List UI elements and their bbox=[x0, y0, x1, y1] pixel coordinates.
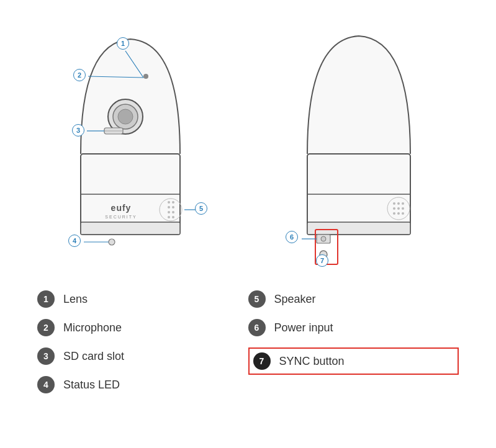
callout-7: 7 bbox=[316, 254, 328, 267]
legend-label-4: Status LED bbox=[63, 379, 120, 392]
legend-label-2: Microphone bbox=[63, 321, 122, 334]
camera-front: eufy SECURITY bbox=[31, 11, 230, 272]
legend-item-5: 5 Speaker bbox=[248, 290, 459, 308]
callout-1: 1 bbox=[117, 37, 129, 50]
svg-point-34 bbox=[397, 207, 400, 210]
svg-point-40 bbox=[321, 236, 326, 241]
svg-point-35 bbox=[397, 212, 400, 215]
legend-right: 5 Speaker 6 Power input 7 SYNC button bbox=[248, 290, 459, 393]
legend-item-2: 2 Microphone bbox=[37, 319, 248, 336]
svg-point-16 bbox=[172, 206, 174, 208]
svg-point-38 bbox=[402, 212, 404, 215]
legend-label-1: Lens bbox=[63, 293, 88, 306]
legend-num-7: 7 bbox=[253, 352, 271, 370]
legend-left: 1 Lens 2 Microphone 3 SD card slot 4 Sta… bbox=[37, 290, 248, 393]
legend-item-6: 6 Power input bbox=[248, 319, 459, 336]
legend-num-5: 5 bbox=[248, 290, 266, 308]
callout-4: 4 bbox=[68, 235, 81, 247]
legend-num-6: 6 bbox=[248, 319, 266, 336]
callout-3: 3 bbox=[72, 124, 84, 137]
legend-label-3: SD card slot bbox=[63, 350, 124, 363]
legend-num-3: 3 bbox=[37, 347, 55, 365]
legend-area: 1 Lens 2 Microphone 3 SD card slot 4 Sta… bbox=[0, 278, 496, 393]
svg-point-14 bbox=[168, 211, 170, 213]
legend-item-1: 1 Lens bbox=[37, 290, 248, 308]
diagram-area: eufy SECURITY bbox=[0, 0, 496, 272]
callout-5: 5 bbox=[195, 202, 207, 215]
svg-text:eufy: eufy bbox=[111, 203, 132, 213]
svg-point-18 bbox=[168, 216, 170, 218]
svg-point-37 bbox=[402, 207, 404, 210]
legend-item-3: 3 SD card slot bbox=[37, 347, 248, 365]
svg-text:SECURITY: SECURITY bbox=[105, 215, 137, 219]
camera-front-svg: eufy SECURITY bbox=[31, 11, 230, 272]
legend-label-5: Speaker bbox=[274, 293, 316, 306]
page: eufy SECURITY bbox=[0, 0, 496, 448]
svg-point-15 bbox=[172, 201, 174, 204]
svg-point-8 bbox=[143, 74, 148, 79]
legend-num-4: 4 bbox=[37, 376, 55, 393]
svg-point-11 bbox=[109, 239, 115, 245]
legend-item-4: 4 Status LED bbox=[37, 376, 248, 393]
svg-point-13 bbox=[168, 206, 170, 208]
svg-point-7 bbox=[118, 109, 133, 124]
svg-point-33 bbox=[397, 202, 400, 205]
legend-label-6: Power input bbox=[274, 321, 333, 334]
camera-back: 6 7 bbox=[267, 11, 465, 272]
svg-point-30 bbox=[393, 202, 395, 205]
callout-2: 2 bbox=[73, 69, 86, 81]
svg-point-19 bbox=[172, 216, 174, 218]
legend-label-7: SYNC button bbox=[279, 355, 345, 368]
svg-point-32 bbox=[393, 212, 395, 215]
legend-item-7: 7 SYNC button bbox=[248, 347, 459, 375]
svg-rect-2 bbox=[81, 222, 180, 235]
svg-point-31 bbox=[393, 207, 395, 210]
callout-6: 6 bbox=[286, 231, 298, 243]
legend-num-2: 2 bbox=[37, 319, 55, 336]
svg-point-12 bbox=[168, 201, 170, 204]
svg-point-17 bbox=[172, 211, 174, 213]
svg-rect-28 bbox=[307, 222, 410, 235]
svg-point-36 bbox=[402, 202, 404, 205]
legend-num-1: 1 bbox=[37, 290, 55, 308]
